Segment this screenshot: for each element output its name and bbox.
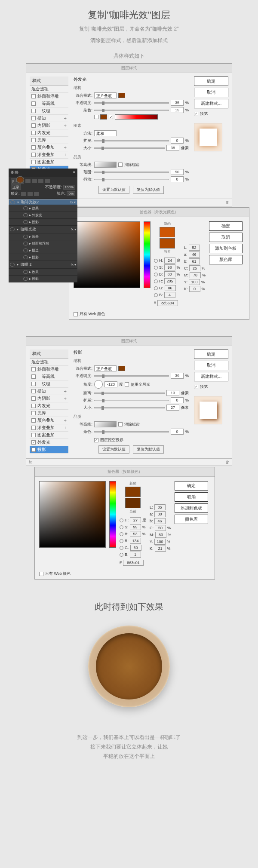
layer-effect-item[interactable]: ▸ 描边 [9,247,77,254]
color-swatch[interactable] [118,93,125,98]
trash-icon-2[interactable]: 🗑 [225,460,229,464]
style-checkbox[interactable] [31,153,36,157]
cp2-cancel-button[interactable]: 取消 [175,492,208,502]
layer-row[interactable]: ▾咖啡光效fx ▾ [9,226,77,233]
style-item[interactable]: 内发光 [30,129,68,137]
add-style-icon[interactable]: + [64,418,67,423]
style-checkbox[interactable] [31,433,36,437]
layer-effect-item[interactable]: ▸ 投影 [9,276,77,282]
layer-effect-item[interactable]: ▸ 外发光 [9,212,77,219]
g-input[interactable]: 86 [165,285,176,291]
cp2-r-input[interactable]: 134 [130,538,141,544]
style-checkbox[interactable] [31,116,36,120]
style-checkbox[interactable] [31,448,36,452]
style-item[interactable]: 混合选项 [30,359,68,366]
current-color-swatch[interactable] [160,238,175,248]
style-checkbox[interactable] [31,160,36,164]
antialias-check[interactable] [118,163,123,167]
style-checkbox[interactable] [31,123,36,128]
size-slider[interactable] [94,147,165,149]
style-item[interactable]: 内阴影+ [30,395,68,402]
ds-new-style-button[interactable]: 新建样式... [194,372,228,381]
gradient-picker[interactable] [115,114,158,120]
cp2-h-input[interactable]: 27 [130,517,141,523]
style-item[interactable]: 等高线 [30,100,68,107]
range-input[interactable]: 50 [171,169,184,175]
blend-mode-select[interactable]: 正片叠底 [94,92,117,98]
cancel-button[interactable]: 取消 [194,88,228,97]
add-swatch-button[interactable]: 添加到色板 [209,244,243,253]
fx-icon-2[interactable]: fx [29,460,32,464]
make-default-button[interactable]: 设置为默认值 [98,186,129,194]
layer-effect-item[interactable]: ▸ 投影 [9,254,77,261]
method-select[interactable]: 柔和 [94,130,117,136]
cp2-hue-slider[interactable] [109,481,116,548]
cp2-l-input[interactable]: 35 [154,504,166,510]
style-checkbox[interactable] [31,138,36,142]
spread-input[interactable]: 0 [171,138,184,144]
r-radio[interactable] [154,279,158,283]
style-checkbox[interactable] [31,396,36,401]
cp2-ok-button[interactable]: 确定 [175,481,208,491]
hex-input[interactable]: cd5604 [157,300,178,306]
style-checkbox[interactable] [31,101,36,106]
preview-check[interactable] [194,112,198,116]
noise-slider[interactable] [94,110,169,111]
style-checkbox[interactable] [31,374,36,379]
ds-opacity-input[interactable]: 39 [171,373,184,379]
style-item[interactable]: 描边+ [30,115,68,122]
cp-cancel-button[interactable]: 取消 [209,233,243,242]
add-style-icon[interactable]: + [64,123,67,128]
layer-row[interactable]: ▾咖啡光效2fx ▾ [9,199,77,205]
fill-input[interactable]: 0% [67,191,75,196]
reset-default-button[interactable]: 复位为默认值 [133,186,164,194]
r-input[interactable]: 205 [164,278,175,284]
knockout-check[interactable] [94,438,98,442]
cp2-add-swatch-button[interactable]: 添加到色板 [175,503,208,513]
cp2-y-input[interactable]: 100 [154,539,166,545]
style-item[interactable]: 描边+ [30,388,68,395]
cp2-c-input[interactable]: 50 [155,525,166,531]
g-radio[interactable] [154,286,158,290]
ds-noise-input[interactable]: 0 [171,429,184,435]
panel-menu-icon[interactable]: ≡ [73,170,75,175]
h-radio[interactable] [154,259,158,263]
layer-effect-item[interactable]: ▸ 效果 [9,269,77,276]
ds-preview-check[interactable] [194,385,198,389]
layer-effect-item[interactable]: ▸ 投影 [9,219,77,226]
s-input[interactable]: 98 [164,264,175,270]
layer-thumb[interactable] [16,176,24,183]
cp2-b-input[interactable]: 53 [130,531,141,537]
visibility-icon[interactable] [23,242,28,245]
cp2-s-input[interactable]: 99 [130,524,141,530]
style-item[interactable]: 投影+ [30,446,68,454]
layer-effect-item[interactable]: ▸ 效果 [9,233,77,240]
visibility-icon[interactable] [10,263,15,267]
style-checkbox[interactable] [31,418,36,423]
jitter-input[interactable]: 0 [171,176,184,182]
global-light-check[interactable] [125,382,129,386]
style-checkbox[interactable] [31,109,36,113]
style-item[interactable]: 图案叠加 [30,432,68,439]
add-style-icon[interactable]: + [64,396,67,401]
jitter-slider[interactable] [94,179,169,180]
style-checkbox[interactable] [31,145,36,150]
color-lib-button[interactable]: 颜色库 [209,255,243,264]
style-checkbox[interactable] [31,404,36,408]
bv-radio[interactable] [154,293,158,297]
ds-noise-slider[interactable] [94,431,169,432]
style-checkbox[interactable] [31,131,36,135]
style-item[interactable]: 内发光 [30,402,68,410]
ds-make-default-button[interactable]: 设置为默认值 [98,445,129,454]
lab-b-input[interactable]: 61 [189,258,200,264]
add-style-icon[interactable]: + [64,152,67,157]
m-input[interactable]: 78 [190,272,201,278]
style-item[interactable]: 渐变叠加+ [30,424,68,432]
style-item[interactable]: 光泽 [30,137,68,144]
cp2-color-field[interactable] [39,481,106,548]
b-radio[interactable] [154,273,158,276]
style-checkbox[interactable] [31,382,36,386]
add-style-icon[interactable]: + [64,389,67,394]
new-style-button[interactable]: 新建样式... [194,99,228,108]
visibility-icon[interactable] [23,248,28,252]
